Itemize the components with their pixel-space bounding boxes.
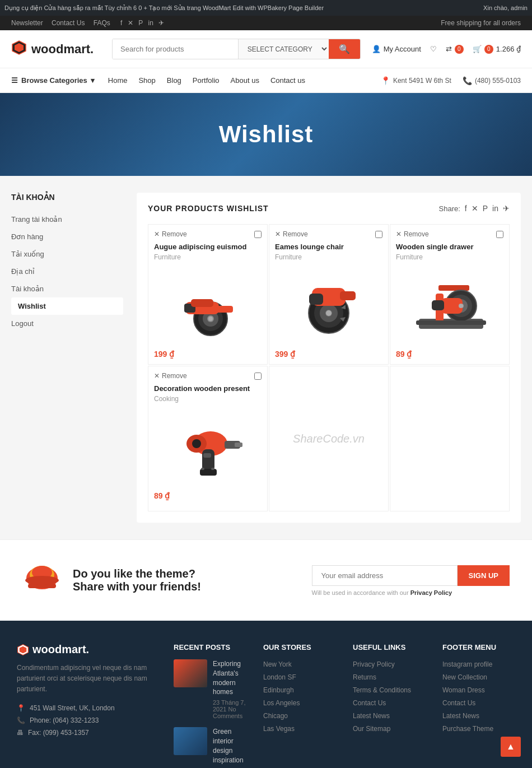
item-checkbox-4[interactable] (254, 373, 262, 380)
linkedin-share-icon[interactable]: in (492, 204, 498, 213)
item-checkbox-3[interactable] (496, 231, 503, 238)
svg-point-41 (192, 439, 201, 448)
footer-menu-link-2[interactable]: New Collection (442, 673, 487, 681)
footer-brand-desc: Condimentum adipiscing vel neque dis nam… (17, 663, 157, 695)
useful-link-contact[interactable]: Contact Us (353, 699, 386, 707)
remove-button-3[interactable]: ✕ Remove (396, 230, 429, 238)
useful-link-sitemap[interactable]: Our Sitemap (353, 725, 390, 733)
remove-button-4[interactable]: ✕ Remove (154, 372, 187, 380)
sidebar-item-orders[interactable]: Đơn hàng (11, 228, 123, 245)
watermark-text: ShareCode.vn (293, 432, 365, 445)
facebook-share-icon[interactable]: f (465, 204, 467, 213)
useful-link-2: Returns (353, 672, 426, 681)
logo[interactable]: woodmart. (11, 40, 101, 59)
nav-about[interactable]: About us (231, 68, 259, 92)
post-title-1[interactable]: Exploring Atlanta's modern homes (213, 659, 246, 697)
sidebar-link-logout: Logout (11, 315, 123, 332)
item-image-3[interactable] (396, 266, 503, 344)
share-label: Share: (439, 204, 460, 213)
nav-blog[interactable]: Blog (167, 68, 181, 92)
remove-button-2[interactable]: ✕ Remove (275, 230, 308, 238)
twitter-share-icon[interactable]: ✕ (472, 204, 478, 213)
nav-links: Home Shop Blog Portfolio About us Contac… (108, 68, 305, 92)
sidebar-menu: Trang tài khoản Đơn hàng Tải xuống Địa c… (11, 211, 123, 332)
top-bar: Newsletter Contact Us FAQs f ✕ P in ✈ Fr… (0, 16, 532, 30)
item-remove-row-4: ✕ Remove (154, 372, 262, 380)
item-image-2[interactable] (275, 266, 382, 344)
newsletter-email-input[interactable] (312, 565, 458, 586)
telegram-icon[interactable]: ✈ (158, 19, 164, 27)
svg-rect-44 (211, 468, 214, 470)
cart-btn[interactable]: 🛒 0 1.266 ₫ (473, 45, 521, 54)
footer-fax: 🖷 Fax: (099) 453-1357 (17, 729, 157, 737)
useful-link-returns[interactable]: Returns (353, 673, 376, 681)
store-link-1[interactable]: New York (263, 660, 292, 668)
item-image-1[interactable] (154, 266, 262, 344)
footer-address: 📍 451 Wall Street, UK, London (17, 704, 157, 712)
footer-menu-link-3[interactable]: Woman Dress (442, 686, 485, 694)
nav-home[interactable]: Home (108, 68, 128, 92)
contact-link[interactable]: Contact Us (52, 19, 85, 27)
twitter-icon[interactable]: ✕ (128, 19, 133, 27)
sidebar-item-profile[interactable]: Tài khoản (11, 280, 123, 297)
newsletter-signup-button[interactable]: SIGN UP (458, 565, 510, 586)
newsletter-link[interactable]: Newsletter (11, 19, 43, 27)
store-link-3[interactable]: Edinburgh (263, 686, 294, 694)
useful-link-3: Terms & Conditions (353, 685, 426, 694)
sidebar-item-logout[interactable]: Logout (11, 315, 123, 332)
footer-logo[interactable]: woodmart. (17, 643, 157, 656)
store-link-5[interactable]: Chicago (263, 712, 288, 720)
compare-btn[interactable]: ⇄ 0 (446, 45, 464, 54)
useful-link-news[interactable]: Latest News (353, 712, 390, 720)
useful-link-terms[interactable]: Terms & Conditions (353, 686, 411, 694)
facebook-icon[interactable]: f (120, 19, 122, 27)
svg-point-35 (459, 304, 463, 308)
store-link-2[interactable]: London SF (263, 673, 296, 681)
post-content-2: Green interior design inspiration 23 Thá… (213, 727, 246, 768)
footer-menu-item-4: Contact Us (442, 698, 515, 707)
sidebar-item-wishlist[interactable]: Wishlist (11, 297, 123, 315)
my-account[interactable]: 👤 My Account (372, 45, 421, 53)
svg-rect-39 (235, 443, 242, 447)
store-item-2: London SF (263, 672, 336, 681)
item-checkbox-2[interactable] (375, 231, 382, 238)
pinterest-share-icon[interactable]: P (483, 204, 488, 213)
linkedin-icon[interactable]: in (148, 19, 153, 27)
browse-categories[interactable]: ☰ Browse Categories ▾ (11, 69, 95, 91)
footer-menu-link-5[interactable]: Latest News (442, 712, 479, 720)
nav-portfolio[interactable]: Portfolio (193, 68, 220, 92)
item-name-2: Eames lounge chair (275, 243, 382, 251)
sidebar-item-downloads[interactable]: Tải xuống (11, 245, 123, 263)
useful-link-privacy[interactable]: Privacy Policy (353, 660, 395, 668)
sidebar-link-profile: Tài khoản (11, 280, 123, 297)
search-input[interactable] (113, 39, 238, 59)
remove-button-1[interactable]: ✕ Remove (154, 230, 187, 238)
search-button[interactable]: 🔍 (329, 39, 360, 59)
sidebar-item-account[interactable]: Trang tài khoản (11, 211, 123, 228)
sidebar-item-address[interactable]: Địa chỉ (11, 263, 123, 280)
post-title-2[interactable]: Green interior design inspiration (213, 727, 246, 765)
item-price-4: 89 ₫ (154, 491, 262, 500)
scroll-top-button[interactable]: ▲ (501, 737, 521, 757)
faqs-link[interactable]: FAQs (94, 19, 110, 27)
x-icon-3: ✕ (396, 230, 402, 238)
newsletter-note: Will be used in accordance with our Priv… (312, 589, 510, 596)
nav-shop[interactable]: Shop (138, 68, 155, 92)
pinterest-icon[interactable]: P (138, 19, 143, 27)
item-image-4[interactable] (154, 407, 262, 486)
privacy-policy-link[interactable]: Privacy Policy (410, 589, 452, 596)
item-category-4: Cooking (154, 395, 262, 403)
store-link-6[interactable]: Las Vegas (263, 725, 295, 733)
useful-link-1: Privacy Policy (353, 659, 426, 668)
footer-menu-link-6[interactable]: Purchase Theme (442, 725, 493, 733)
main-content: YOUR PRODUCTS WISHLIST Share: f ✕ P in ✈… (137, 193, 521, 523)
item-checkbox-1[interactable] (254, 231, 262, 238)
wishlist-btn[interactable]: ♡ (430, 45, 437, 53)
category-select[interactable]: SELECT CATEGORY (238, 39, 329, 59)
footer-menu-link-1[interactable]: Instagram profile (442, 660, 492, 668)
telegram-share-icon[interactable]: ✈ (503, 204, 510, 213)
store-link-4[interactable]: Los Angeles (263, 699, 300, 707)
footer-menu-link-4[interactable]: Contact Us (442, 699, 475, 707)
nav-contact[interactable]: Contact us (270, 68, 305, 92)
sidebar-link-account: Trang tài khoản (11, 211, 123, 228)
